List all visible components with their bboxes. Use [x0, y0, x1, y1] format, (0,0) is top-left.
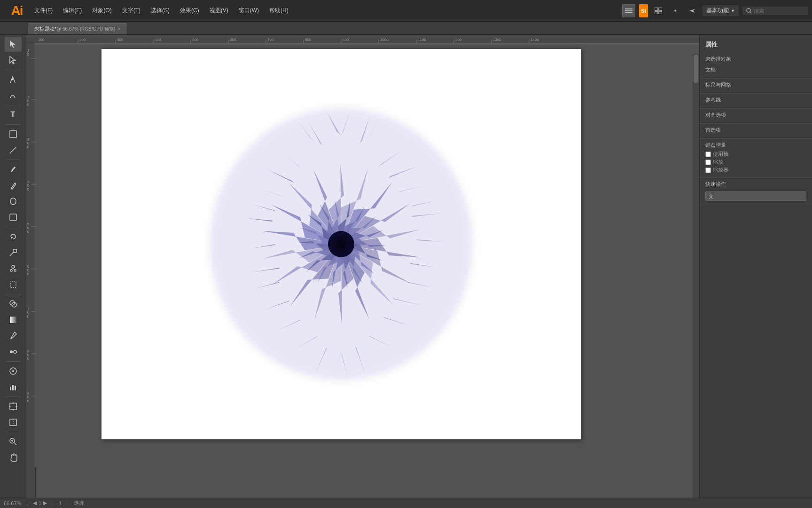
section-preferences: 首选项: [700, 124, 812, 139]
menu-edit[interactable]: 编辑(E): [58, 5, 86, 16]
left-ruler-svg: 1 0 0 2 0 0 3 0 0 4 0 0 5: [26, 44, 36, 498]
menu-window[interactable]: 窗口(W): [234, 5, 264, 16]
quick-action-input[interactable]: [705, 191, 806, 201]
left-toolbar: T: [0, 35, 26, 498]
scrollbar-thumb[interactable]: [694, 55, 698, 83]
stock-btn[interactable]: St: [639, 4, 648, 17]
svg-text:0: 0: [27, 357, 30, 361]
tool-symbol[interactable]: [5, 364, 22, 379]
status-prev-arrow[interactable]: ◀: [33, 500, 37, 506]
svg-point-15: [12, 265, 15, 268]
tool-blend[interactable]: [5, 344, 22, 359]
svg-rect-37: [10, 419, 16, 426]
section-no-selection: 未选择对象 文档: [700, 53, 812, 79]
tool-curvature[interactable]: [5, 88, 22, 103]
svg-rect-13: [10, 214, 16, 221]
tool-shape-builder[interactable]: [5, 296, 22, 311]
svg-text:0: 0: [27, 272, 30, 276]
keyboard-label: 键盘增量: [705, 142, 806, 149]
tool-pen[interactable]: [5, 72, 22, 87]
tool-rect[interactable]: [5, 127, 22, 142]
canvas-viewport[interactable]: 1 0 0 2 0 0 3 0 0 4 0 0 5: [26, 44, 699, 498]
tool-slice[interactable]: [5, 415, 22, 430]
status-select-label: 选择: [74, 500, 84, 507]
svg-text:0: 0: [27, 187, 30, 191]
search-input[interactable]: [754, 8, 791, 14]
tool-direct-select[interactable]: [5, 53, 22, 68]
tool-scale[interactable]: [5, 245, 22, 260]
tool-separator-4: [6, 159, 20, 160]
quick-actions-label: 快速操作: [705, 181, 806, 188]
svg-text:600: 600: [230, 38, 236, 42]
menu-bar: Ai 文件(F) 编辑(E) 对象(O) 文字(T) 选择(S) 效果(C) 视…: [0, 0, 812, 22]
document-tab[interactable]: 未标题-2*@ 66.67% (RGB/GPU 预览) ×: [28, 23, 127, 34]
tab-title: 未标题-2*@ 66.67% (RGB/GPU 预览): [34, 25, 115, 32]
tool-artboard[interactable]: [5, 399, 22, 414]
status-zoom: 66.67%: [4, 500, 21, 506]
workspace-selector[interactable]: 基本功能 ▼: [703, 5, 739, 16]
tool-text[interactable]: T: [5, 107, 22, 122]
menu-effect[interactable]: 效果(C): [175, 5, 204, 16]
use-preview-checkbox[interactable]: [705, 151, 711, 157]
menu-file[interactable]: 文件(F): [30, 5, 57, 16]
tab-close-btn[interactable]: ×: [118, 26, 121, 32]
main-area: T: [0, 35, 812, 498]
menu-text[interactable]: 文字(T): [117, 5, 145, 16]
menu-help[interactable]: 帮助(H): [265, 5, 293, 16]
svg-point-7: [747, 8, 750, 12]
menu-object[interactable]: 对象(O): [87, 5, 116, 16]
app-logo: Ai: [4, 0, 30, 22]
svg-text:0: 0: [27, 399, 30, 403]
section-keyboard: 键盘增量 使用预 缩放 缩放器: [700, 139, 812, 178]
section-rulers: 标尺与网格: [700, 79, 812, 94]
checkbox-use-preview: 使用预: [705, 151, 806, 158]
no-selection-label: 未选择对象: [705, 56, 806, 63]
guides-label[interactable]: 参考线: [705, 96, 806, 103]
tool-separator-8: [6, 397, 20, 397]
tool-eraser[interactable]: [5, 210, 22, 225]
svg-point-17: [14, 270, 16, 271]
tool-blob[interactable]: [5, 194, 22, 209]
menu-view[interactable]: 视图(V): [205, 5, 233, 16]
search-area: [742, 7, 808, 15]
tool-pencil[interactable]: [5, 178, 22, 193]
tool-eyedropper[interactable]: [5, 328, 22, 343]
tool-select[interactable]: [5, 37, 22, 52]
zoom2-checkbox[interactable]: [705, 167, 711, 173]
status-artboard: 1: [59, 500, 62, 506]
use-preview-label: 使用预: [713, 151, 728, 158]
tool-paintbrush[interactable]: [5, 162, 22, 177]
svg-text:200: 200: [79, 38, 86, 42]
send-btn[interactable]: [686, 4, 699, 17]
tool-free-transform[interactable]: [5, 277, 22, 292]
tool-line[interactable]: [5, 143, 22, 158]
tool-gradient[interactable]: [5, 312, 22, 327]
menu-select[interactable]: 选择(S): [146, 5, 174, 16]
tool-puppet-warp[interactable]: [5, 261, 22, 276]
vertical-scrollbar[interactable]: [693, 54, 699, 498]
document-label[interactable]: 文档: [705, 66, 806, 73]
status-divider-1: [27, 500, 27, 507]
tool-separator-7: [6, 361, 20, 362]
tool-separator-1: [6, 70, 20, 70]
toolbar-mode-btn1[interactable]: [622, 4, 635, 17]
align-label[interactable]: 对齐选项: [705, 111, 806, 119]
menu-items-group: 文件(F) 编辑(E) 对象(O) 文字(T) 选择(S) 效果(C) 视图(V…: [30, 5, 622, 16]
tool-separator-5: [6, 227, 20, 227]
tool-graph[interactable]: [5, 380, 22, 395]
svg-rect-10: [10, 131, 16, 137]
svg-rect-3: [655, 8, 658, 10]
status-next-arrow[interactable]: ▶: [43, 500, 47, 506]
svg-rect-5: [655, 11, 658, 14]
tool-rotate[interactable]: [5, 229, 22, 244]
zoom-checkbox[interactable]: [705, 159, 711, 165]
rulers-label[interactable]: 标尺与网格: [705, 81, 806, 88]
svg-point-16: [10, 270, 12, 271]
tool-zoom[interactable]: [5, 434, 22, 449]
arrange-down-icon[interactable]: ▼: [669, 4, 682, 17]
arrange-btn[interactable]: [652, 4, 665, 17]
tool-hand[interactable]: [5, 450, 22, 465]
svg-rect-1: [625, 10, 632, 11]
svg-text:0: 0: [27, 53, 30, 57]
top-ruler: 100 200 300 400 500 600 700 800 900 1000: [26, 35, 699, 44]
